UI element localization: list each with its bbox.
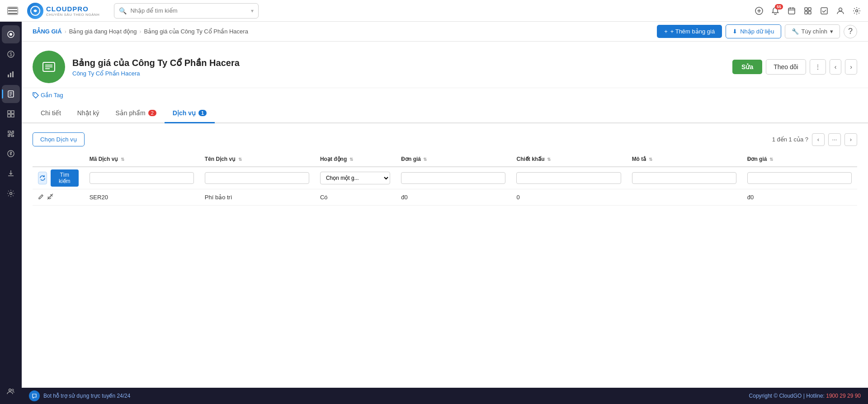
- record-subtitle[interactable]: Công Ty Cổ Phần Hacera: [72, 70, 725, 77]
- sidebar-item-puzzle[interactable]: [2, 125, 20, 143]
- tab-dich-vu-content: Chọn Dịch vụ 1 đến 1 của ? ‹ ··· ›: [22, 123, 868, 215]
- row-edit-button[interactable]: [38, 193, 44, 201]
- tab-dich-vu-badge: 1: [198, 110, 207, 116]
- search-ma-dich-vu-input[interactable]: [90, 172, 194, 184]
- svg-rect-20: [10, 73, 11, 77]
- row-ten-dich-vu: Phí bảo trì: [199, 189, 315, 206]
- svg-rect-10: [805, 11, 807, 14]
- svg-rect-9: [808, 8, 811, 10]
- settings-button[interactable]: [853, 7, 861, 15]
- col-chiet-khau-header[interactable]: Chiết khấu ⇅: [511, 152, 626, 167]
- col-ma-sort-icon: ⇅: [121, 157, 124, 162]
- sidebar: $: [0, 22, 22, 404]
- add-price-list-button[interactable]: + + Thêm bảng giá: [657, 25, 722, 38]
- search-chiet-khau-input[interactable]: [516, 172, 621, 184]
- add-price-list-label: + Thêm bảng giá: [670, 28, 715, 35]
- col-ten-dich-vu-header[interactable]: Tên Dịch vụ ⇅: [199, 152, 315, 167]
- footer: Bot hỗ trợ sử dụng trực tuyến 24/24 Copy…: [22, 388, 868, 404]
- choose-service-button[interactable]: Chọn Dịch vụ: [33, 132, 85, 146]
- search-don-gia-2-input[interactable]: [747, 172, 852, 184]
- tab-nhat-ky-label: Nhật ký: [77, 109, 99, 117]
- col-hoat-dong-header[interactable]: Hoạt động ⇅: [315, 152, 396, 167]
- import-data-button[interactable]: ⬇ Nhập dữ liệu: [726, 24, 781, 38]
- search-btn-cell: Tìm kiếm: [33, 167, 84, 189]
- search-hoat-dong-select[interactable]: Chọn một g... Có Không: [320, 172, 390, 184]
- tab-dich-vu-label: Dịch vụ: [173, 109, 196, 117]
- col-don-gia-2-header[interactable]: Đơn giá ⇅: [742, 152, 857, 167]
- add-price-list-icon: +: [664, 28, 668, 35]
- svg-point-34: [12, 389, 14, 391]
- search-mo-ta-input[interactable]: [632, 172, 736, 184]
- breadcrumb-item-1[interactable]: Bảng giá đang Hoạt động: [69, 28, 137, 35]
- sidebar-item-coins[interactable]: [2, 145, 20, 163]
- import-label: Nhập dữ liệu: [740, 28, 774, 35]
- footer-left: Bot hỗ trợ sử dụng trực tuyến 24/24: [29, 390, 130, 401]
- footer-hotline[interactable]: 1900 29 29 90: [826, 393, 861, 399]
- sidebar-item-grid[interactable]: [2, 105, 20, 123]
- row-don-gia-2: đ0: [742, 189, 857, 206]
- breadcrumb-sep-2: ›: [139, 28, 141, 35]
- logo-name: CLOUDPRO: [46, 5, 99, 13]
- notification-button[interactable]: 55: [771, 7, 779, 15]
- sidebar-item-document[interactable]: [2, 85, 20, 103]
- tab-chi-tiet-label: Chi tiết: [41, 109, 61, 117]
- follow-button[interactable]: Theo dõi: [766, 59, 806, 75]
- svg-point-32: [10, 193, 12, 195]
- row-unlink-button[interactable]: [47, 193, 53, 201]
- calendar-button[interactable]: [788, 7, 796, 15]
- search-reset-button[interactable]: [38, 172, 47, 184]
- tabs-bar: Chi tiết Nhật ký Sản phẩm 2 Dịch vụ 1: [22, 104, 868, 123]
- search-icon: 🔍: [119, 7, 127, 14]
- footer-chat-label: Bot hỗ trợ sử dụng trực tuyến 24/24: [43, 393, 130, 399]
- row-ma-dich-vu: SER20: [84, 189, 199, 206]
- page-next-button[interactable]: ›: [844, 133, 857, 146]
- col-ma-dich-vu-header[interactable]: Mã Dịch vụ ⇅: [84, 152, 199, 167]
- tab-nhat-ky[interactable]: Nhật ký: [69, 104, 108, 123]
- col-don-gia-header[interactable]: Đơn giá ⇅: [396, 152, 511, 167]
- logo: CLOUDPRO CHUYÊN SÂU THEO NGÀNH: [27, 3, 99, 19]
- page-prev-button[interactable]: ‹: [812, 133, 825, 146]
- help-button[interactable]: ?: [844, 25, 857, 38]
- content-area: Bảng giá của Công Ty Cổ Phần Hacera Công…: [22, 42, 868, 388]
- breadcrumb-item-2[interactable]: Bảng giá của Công Ty Cổ Phần Hacera: [144, 28, 248, 35]
- search-input[interactable]: [130, 7, 245, 14]
- tab-dich-vu[interactable]: Dịch vụ 1: [165, 104, 215, 123]
- search-don-gia-2-cell: [742, 167, 857, 189]
- page-more-button[interactable]: ···: [828, 133, 841, 146]
- search-don-gia-input[interactable]: [401, 172, 505, 184]
- breadcrumb-root[interactable]: BẢNG GIÁ: [33, 28, 62, 35]
- search-dropdown-arrow[interactable]: ▾: [251, 8, 254, 14]
- tag-label: Gắn Tag: [41, 92, 63, 99]
- customize-button[interactable]: 🔧 Tùy chỉnh ▾: [785, 24, 840, 38]
- chat-icon[interactable]: [29, 390, 40, 401]
- svg-rect-12: [821, 8, 827, 14]
- more-options-button[interactable]: ⋮: [810, 59, 826, 75]
- breadcrumb: BẢNG GIÁ › Bảng giá đang Hoạt động › Bản…: [33, 28, 248, 35]
- tag-line: Gắn Tag: [22, 88, 868, 104]
- sidebar-item-settings-alt[interactable]: [2, 184, 20, 202]
- svg-point-39: [34, 94, 35, 94]
- edit-button[interactable]: Sửa: [732, 60, 762, 74]
- sidebar-item-chart[interactable]: [2, 65, 20, 83]
- tab-san-pham[interactable]: Sản phẩm 2: [107, 104, 164, 123]
- tab-chi-tiet[interactable]: Chi tiết: [33, 104, 69, 123]
- svg-point-14: [856, 9, 858, 12]
- tab-san-pham-badge: 2: [148, 110, 156, 116]
- tag-button[interactable]: Gắn Tag: [33, 92, 63, 99]
- next-record-button[interactable]: ›: [845, 59, 857, 75]
- prev-record-button[interactable]: ‹: [830, 59, 842, 75]
- tasks-button[interactable]: [820, 7, 828, 15]
- menu-icon[interactable]: [7, 7, 18, 15]
- sidebar-item-users-group[interactable]: [2, 382, 20, 400]
- topbar-actions: 55: [755, 7, 861, 15]
- search-execute-button[interactable]: Tìm kiếm: [51, 169, 79, 187]
- sidebar-item-home[interactable]: [2, 25, 20, 43]
- col-mo-ta-header[interactable]: Mô tả ⇅: [627, 152, 742, 167]
- add-button[interactable]: [755, 7, 763, 15]
- dashboard-button[interactable]: [804, 7, 812, 15]
- sidebar-item-dollar[interactable]: $: [2, 45, 20, 63]
- user-button[interactable]: [836, 7, 844, 15]
- search-ten-dich-vu-input[interactable]: [205, 172, 309, 184]
- sidebar-item-download[interactable]: [2, 164, 20, 183]
- search-ten-dich-vu-cell: [199, 167, 315, 189]
